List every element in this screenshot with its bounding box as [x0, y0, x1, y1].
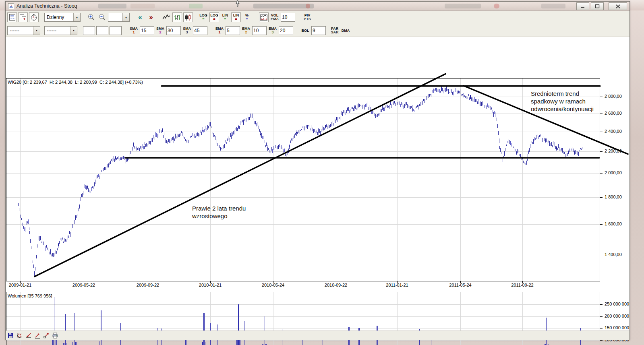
ema2-input[interactable]: [252, 26, 267, 35]
x-axis-label: 2011-05-24: [444, 283, 476, 287]
title-bar[interactable]: Analiza Techniczna - Stooq: [6, 2, 630, 11]
app-window: Analiza Techniczna - Stooq: [5, 1, 630, 340]
parabolic-sar-button[interactable]: PARSAR: [330, 26, 340, 35]
ema1-input[interactable]: [226, 26, 240, 35]
candlestick-button[interactable]: [183, 12, 193, 22]
status-bar: [6, 331, 630, 340]
scale-lin-eq-button[interactable]: LIN=: [220, 12, 230, 22]
y-axis-label: 2 800,00: [605, 94, 622, 99]
indicator-toolbar: ------ ▼ ------ ▼ SMA1 SMA2 SMA3 EMA1 EM…: [6, 24, 630, 37]
minimize-button[interactable]: [576, 2, 589, 10]
x-axis: 2009-01-212009-05-222009-09-222010-01-21…: [6, 282, 600, 289]
scale-pct-button[interactable]: %=: [242, 12, 252, 22]
bollinger-label: BOL: [300, 26, 310, 35]
scale-log-neq-button[interactable]: LOG≠: [209, 12, 219, 22]
trendline-box-icon[interactable]: [42, 332, 50, 339]
range-dropdown[interactable]: ▼: [108, 13, 130, 22]
sma2-label: SMA2: [155, 26, 165, 35]
scale-lin-neq-button[interactable]: LIN≠: [231, 12, 241, 22]
background-tab-blob: [253, 4, 314, 8]
x-axis-label: 2010-01-21: [194, 283, 226, 287]
volume-y-axis-label: 200 000 000: [605, 314, 629, 318]
y-axis-label: 1 800,00: [605, 194, 622, 199]
scale-log-eq-button[interactable]: LOG=: [199, 12, 208, 22]
y-axis-label: 2 200,00: [605, 149, 622, 153]
maximize-button[interactable]: [591, 2, 604, 10]
y-axis: 2 800,002 600,002 400,002 200,002 000,00…: [602, 37, 629, 331]
background-tab-blob: [130, 4, 155, 8]
overlay-dropdown-2[interactable]: ------ ▼: [44, 26, 77, 35]
background-tab-blob: [494, 4, 499, 8]
ema2-label: EMA2: [241, 26, 251, 35]
volume-chart-icon[interactable]: [259, 12, 269, 22]
trendline-up-icon[interactable]: [33, 332, 41, 339]
sma2-input[interactable]: [166, 26, 181, 35]
annotation-uptrend: Prawie 2 lata trendu wzrostowego: [192, 205, 246, 220]
background-tab-blob: [445, 4, 481, 8]
dma-button[interactable]: DMA: [341, 26, 350, 35]
timer-button[interactable]: [29, 12, 39, 22]
trendline-down-icon[interactable]: [25, 332, 32, 339]
ema3-label: EMA3: [268, 26, 277, 35]
zoom-in-button[interactable]: [86, 12, 96, 22]
vol-ema-input[interactable]: [281, 13, 295, 22]
java-app-icon: [8, 3, 14, 9]
close-button[interactable]: [609, 2, 627, 10]
period-dropdown[interactable]: Dzienny ▼: [44, 13, 81, 22]
x-axis-label: 2009-05-22: [68, 283, 100, 287]
y-axis-label: 2 000,00: [605, 170, 622, 175]
volume-y-axis-label: 250 000 000: [605, 302, 629, 306]
background-tab-blob: [189, 4, 203, 8]
new-window-button[interactable]: [18, 12, 28, 22]
mouse-cursor: [235, 0, 240, 9]
ema3-input[interactable]: [279, 26, 293, 35]
background-tab-blob: [98, 4, 126, 8]
bollinger-input[interactable]: [311, 26, 326, 35]
price-chart[interactable]: WIG20 [O: 2 239,67 H: 2 244,38 L: 2 200,…: [6, 78, 600, 281]
fit-icon[interactable]: [16, 332, 23, 339]
zoom-out-button[interactable]: [97, 12, 107, 22]
trendline-uptrend: [35, 74, 445, 277]
param-input-1[interactable]: [83, 26, 95, 35]
volume-y-axis-label: 150 000 000: [605, 325, 629, 330]
report-button[interactable]: [7, 12, 17, 22]
ohlc-readout: WIG20 [O: 2 239,67 H: 2 244,38 L: 2 200,…: [8, 80, 143, 85]
sma1-input[interactable]: [140, 26, 154, 35]
pivot-points-button[interactable]: PIVPTS: [302, 12, 312, 22]
main-toolbar: Dzienny ▼ ▼ « »: [6, 11, 630, 24]
sma3-label: SMA3: [182, 26, 192, 35]
scroll-left-button[interactable]: «: [135, 12, 145, 22]
scroll-right-button[interactable]: »: [146, 12, 156, 22]
chevron-down-icon: ▼: [70, 27, 77, 35]
annotation-downtrend: Srednioterm trend spadkowy w ramach odwr…: [531, 90, 594, 113]
x-axis-label: 2010-05-24: [257, 283, 289, 287]
x-axis-label: 2011-01-21: [381, 283, 413, 287]
y-axis-label: 1 600,00: [605, 221, 622, 226]
print-icon[interactable]: [51, 332, 59, 339]
x-axis-label: 2010-09-22: [320, 283, 352, 287]
window-controls: [576, 2, 627, 10]
sma3-input[interactable]: [193, 26, 207, 35]
param-input-3[interactable]: [110, 26, 122, 35]
vol-ema-label: VOLEMA: [270, 12, 280, 22]
chevron-down-icon: ▼: [33, 27, 40, 35]
background-tab-blob: [306, 4, 310, 8]
overlay-dropdown-1[interactable]: ------ ▼: [7, 26, 40, 35]
window-title: Analiza Techniczna - Stooq: [17, 3, 77, 9]
chart-canvas: WIG20 [O: 2 239,67 H: 2 244,38 L: 2 200,…: [6, 37, 630, 331]
x-axis-label: 2009-01-21: [4, 283, 36, 287]
y-axis-label: 2 600,00: [605, 111, 622, 116]
y-axis-label: 2 400,00: [605, 129, 622, 134]
ohlc-bars-button[interactable]: [172, 12, 182, 22]
line-chart-button[interactable]: [162, 12, 171, 22]
chevron-down-icon: ▼: [122, 13, 129, 21]
volume-readout: Wolumen [35 769 956]: [8, 293, 52, 298]
overlay-1-value: ------: [8, 28, 33, 33]
chevron-down-icon: ▼: [73, 13, 80, 21]
ema1-label: EMA1: [215, 26, 224, 35]
sma1-label: SMA1: [129, 26, 139, 35]
save-icon[interactable]: [7, 332, 14, 339]
param-input-2[interactable]: [96, 26, 108, 35]
y-axis-label: 1 400,00: [605, 252, 622, 257]
overlay-2-value: ------: [45, 28, 70, 33]
